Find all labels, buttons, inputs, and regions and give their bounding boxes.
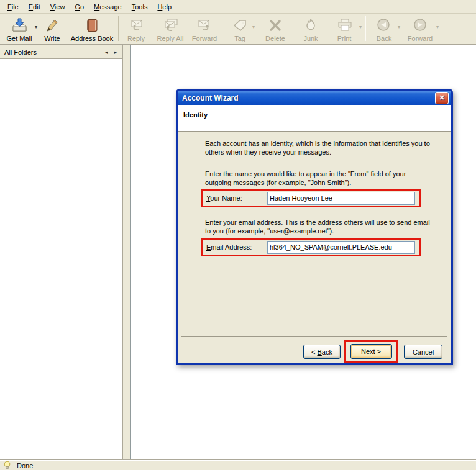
toolbar-button-delete[interactable]: Delete bbox=[260, 15, 291, 43]
menu-go[interactable]: Go bbox=[70, 1, 89, 12]
name-instruction-text: Enter the name you would like to appear … bbox=[205, 169, 434, 187]
toolbar-label: Tag bbox=[234, 35, 245, 42]
menu-view[interactable]: View bbox=[45, 1, 70, 12]
folder-pane bbox=[0, 59, 123, 459]
dialog-titlebar[interactable]: Account Wizard ✕ bbox=[178, 91, 451, 105]
print-dropdown-icon[interactable]: ▾ bbox=[359, 24, 362, 30]
toolbar-button-reply-all[interactable]: Reply All bbox=[153, 15, 188, 43]
toolbar-separator bbox=[365, 16, 366, 41]
toolbar-label: Reply All bbox=[157, 35, 184, 42]
email-instruction-text: Enter your email address. This is the ad… bbox=[205, 218, 434, 235]
menu-bar: File Edit View Go Message Tools Help bbox=[0, 0, 476, 14]
back-dropdown-icon[interactable]: ▾ bbox=[398, 24, 400, 30]
write-icon bbox=[45, 18, 60, 34]
toolbar-label: Address Book bbox=[71, 35, 113, 42]
toolbar-label: Delete bbox=[265, 35, 285, 42]
toolbar-button-write[interactable]: Write bbox=[39, 15, 66, 43]
mail-client-window: File Edit View Go Message Tools Help Get… bbox=[0, 0, 476, 470]
toolbar-button-reply[interactable]: Reply bbox=[122, 15, 150, 43]
email-address-label: Email Address: bbox=[206, 243, 267, 251]
toolbar-button-tag[interactable]: Tag ▾ bbox=[225, 15, 255, 43]
menu-message[interactable]: Message bbox=[89, 1, 127, 12]
folder-pane-next-icon[interactable]: ▸ bbox=[111, 49, 120, 55]
menu-tools[interactable]: Tools bbox=[127, 1, 153, 12]
email-address-input[interactable] bbox=[267, 241, 415, 254]
forward-dropdown-icon[interactable]: ▾ bbox=[436, 24, 439, 30]
close-icon[interactable]: ✕ bbox=[435, 92, 449, 104]
menu-file[interactable]: File bbox=[2, 1, 24, 12]
tag-icon bbox=[232, 18, 249, 34]
status-text: Done bbox=[17, 462, 33, 469]
toolbar-button-back[interactable]: Back ▾ bbox=[368, 15, 400, 43]
toolbar-button-forward-nav[interactable]: Forward ▾ bbox=[401, 15, 439, 43]
your-name-input[interactable] bbox=[267, 192, 415, 205]
reply-icon bbox=[128, 18, 145, 34]
main-toolbar: Get Mail ▾ Write Address Book bbox=[0, 14, 476, 45]
folder-pane-prev-icon[interactable]: ◂ bbox=[102, 49, 111, 55]
pane-splitter[interactable] bbox=[123, 45, 130, 459]
toolbar-button-junk[interactable]: Junk bbox=[297, 15, 324, 43]
next-button-annotation: Next > bbox=[344, 340, 398, 363]
folder-pane-title: All Folders bbox=[4, 48, 37, 56]
your-name-label: Your Name: bbox=[206, 194, 267, 202]
toolbar-label: Junk bbox=[303, 35, 318, 42]
get-mail-icon bbox=[11, 18, 28, 34]
toolbar-label: Print bbox=[337, 35, 352, 42]
button-separator bbox=[181, 336, 447, 337]
toolbar-button-get-mail[interactable]: Get Mail ▾ bbox=[1, 15, 37, 43]
toolbar-label: Get Mail bbox=[7, 35, 32, 42]
toolbar-label: Back bbox=[377, 35, 391, 42]
wizard-step-heading: Identity bbox=[178, 105, 451, 132]
toolbar-label: Write bbox=[44, 35, 60, 42]
toolbar-label: Forward bbox=[192, 35, 217, 42]
toolbar-label: Forward bbox=[408, 35, 433, 42]
identity-description-text: Each account has an identity, which is t… bbox=[205, 139, 434, 156]
forward-nav-icon bbox=[412, 18, 428, 34]
print-icon bbox=[336, 18, 353, 34]
account-wizard-dialog: Account Wizard ✕ Identity Each account h… bbox=[176, 89, 453, 365]
cancel-button[interactable]: Cancel bbox=[404, 345, 442, 359]
email-address-row-annotation: Email Address: bbox=[201, 238, 421, 256]
junk-icon bbox=[303, 18, 318, 34]
toolbar-button-print[interactable]: Print ▾ bbox=[327, 15, 362, 43]
toolbar-button-address-book[interactable]: Address Book bbox=[68, 15, 116, 43]
menu-edit[interactable]: Edit bbox=[24, 1, 45, 12]
get-mail-dropdown-icon[interactable]: ▾ bbox=[35, 24, 37, 30]
toolbar-label: Reply bbox=[127, 35, 145, 42]
lightbulb-icon bbox=[3, 461, 11, 470]
reply-all-icon bbox=[162, 18, 179, 34]
delete-icon bbox=[268, 18, 283, 34]
status-bar: Done bbox=[0, 460, 476, 470]
dialog-title: Account Wizard bbox=[182, 94, 239, 102]
folder-pane-header: All Folders ◂ ▸ bbox=[0, 45, 123, 59]
menu-help[interactable]: Help bbox=[152, 1, 176, 12]
back-icon bbox=[376, 18, 392, 34]
your-name-row-annotation: Your Name: bbox=[201, 189, 421, 207]
tag-dropdown-icon[interactable]: ▾ bbox=[252, 24, 255, 30]
back-button[interactable]: < Back bbox=[303, 345, 341, 359]
forward-mail-icon bbox=[196, 18, 213, 34]
address-book-icon bbox=[85, 18, 99, 34]
toolbar-button-forward[interactable]: Forward bbox=[189, 15, 220, 43]
next-button[interactable]: Next > bbox=[350, 344, 392, 359]
toolbar-separator bbox=[118, 16, 119, 41]
